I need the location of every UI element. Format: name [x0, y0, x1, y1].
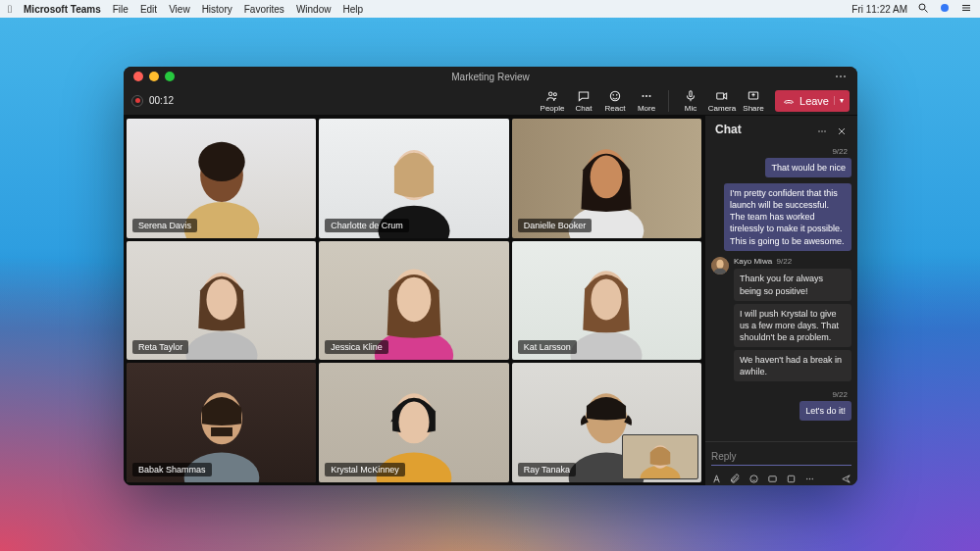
chat-reply-input[interactable]: [711, 448, 851, 466]
menubar-hamburger-icon[interactable]: [960, 2, 972, 16]
video-tile[interactable]: Ray Tanaka: [512, 363, 701, 482]
video-tile[interactable]: Babak Shammas: [127, 363, 316, 482]
svg-point-9: [613, 94, 614, 95]
chat-bubble[interactable]: I'm pretty confident that this launch wi…: [724, 183, 851, 251]
chat-avatar[interactable]: [711, 257, 729, 275]
svg-rect-14: [690, 90, 692, 96]
video-tile[interactable]: Jessica Kline: [319, 241, 508, 361]
svg-point-46: [818, 130, 820, 132]
window-more-icon[interactable]: ⋯: [835, 70, 848, 83]
people-icon: [545, 89, 559, 103]
self-view-pip[interactable]: [622, 434, 698, 479]
menubar-clock[interactable]: Fri 11:22 AM: [851, 4, 907, 15]
svg-rect-37: [211, 426, 232, 435]
chat-message-outgoing: 9/22 Let's do it!: [711, 390, 851, 421]
svg-point-54: [750, 476, 757, 482]
svg-point-20: [198, 142, 244, 181]
svg-point-48: [824, 130, 826, 132]
chat-bubble[interactable]: That would be nice: [765, 158, 851, 177]
menu-file[interactable]: File: [113, 4, 129, 15]
camera-icon: [715, 89, 729, 103]
chat-timestamp: 9/22: [832, 390, 848, 401]
chat-timestamp: 9/22: [832, 147, 848, 158]
video-tile[interactable]: Krystal McKinney: [319, 363, 508, 482]
participant-name-tag: Serena Davis: [132, 219, 197, 232]
video-tile[interactable]: Danielle Booker: [512, 119, 701, 238]
chat-timestamp: 9/22: [777, 257, 793, 266]
chat-panel-title: Chat: [715, 123, 808, 136]
chevron-down-icon[interactable]: ▾: [834, 96, 844, 105]
svg-point-26: [185, 331, 257, 360]
chat-message-outgoing: 9/22 That would be nice: [711, 147, 851, 177]
spotlight-icon[interactable]: [917, 2, 929, 16]
camera-button[interactable]: Camera: [706, 89, 738, 113]
participant-name-tag: Kat Larsson: [518, 340, 577, 354]
chat-message-list[interactable]: 9/22 That would be nice I'm pretty confi…: [705, 143, 857, 441]
people-button[interactable]: People: [537, 89, 568, 113]
video-tile[interactable]: Reta Taylor: [127, 241, 316, 361]
svg-point-25: [591, 156, 623, 199]
chat-bubble[interactable]: Thank you for always being so positive!: [734, 269, 851, 300]
menubar-app-name[interactable]: Microsoft Teams: [24, 4, 101, 15]
svg-point-31: [397, 276, 432, 322]
menu-help[interactable]: Help: [342, 4, 363, 15]
chat-bubble[interactable]: We haven't had a break in awhile.: [734, 350, 851, 381]
meeting-title: Marketing Review: [451, 72, 529, 82]
svg-point-52: [716, 259, 723, 268]
more-button[interactable]: More: [631, 89, 662, 113]
emoji-icon[interactable]: [748, 471, 759, 481]
window-titlebar[interactable]: Marketing Review ⋯: [124, 67, 857, 86]
format-icon[interactable]: [711, 471, 722, 481]
zoom-window-button[interactable]: [165, 72, 175, 81]
chat-bubble[interactable]: I will push Krystal to give us a few mor…: [734, 304, 851, 347]
svg-point-13: [648, 94, 650, 96]
video-grid: Serena Davis Charlotte de Crum Danielle …: [124, 116, 704, 485]
leave-button[interactable]: Leave ▾: [775, 90, 850, 112]
svg-point-6: [549, 91, 553, 95]
svg-point-10: [616, 94, 617, 95]
attach-icon[interactable]: [730, 471, 741, 481]
menu-view[interactable]: View: [169, 4, 190, 15]
minimize-window-button[interactable]: [149, 72, 159, 81]
svg-point-57: [806, 478, 807, 479]
svg-point-47: [821, 130, 823, 132]
svg-line-1: [925, 10, 928, 13]
svg-point-34: [592, 278, 622, 320]
video-tile[interactable]: Serena Davis: [127, 119, 316, 238]
share-button[interactable]: Share: [738, 89, 769, 113]
recording-indicator: 00:12: [131, 95, 174, 107]
video-tile[interactable]: Kat Larsson: [512, 241, 701, 361]
apple-menu-icon[interactable]: : [8, 3, 12, 15]
svg-point-11: [642, 94, 644, 96]
chat-bubble[interactable]: Let's do it!: [799, 401, 851, 421]
svg-rect-56: [788, 476, 794, 481]
chat-options-icon[interactable]: [816, 124, 828, 135]
control-center-icon[interactable]: [939, 2, 951, 16]
svg-rect-55: [769, 476, 776, 482]
sticker-icon[interactable]: [786, 471, 797, 481]
close-chat-icon[interactable]: [836, 124, 848, 135]
more-compose-icon[interactable]: [804, 471, 815, 481]
menu-history[interactable]: History: [202, 4, 232, 15]
teams-meeting-window: Marketing Review ⋯ 00:12 People Chat Rea…: [124, 67, 857, 485]
video-tile[interactable]: Charlotte de Crum: [319, 119, 508, 238]
mic-button[interactable]: Mic: [675, 89, 706, 113]
menu-edit[interactable]: Edit: [140, 4, 157, 15]
close-window-button[interactable]: [133, 72, 143, 81]
participant-name-tag: Danielle Booker: [518, 219, 593, 232]
macos-menubar:  Microsoft Teams File Edit View History…: [0, 0, 980, 18]
chat-button[interactable]: Chat: [568, 89, 599, 113]
more-icon: [640, 89, 653, 103]
emoji-icon: [608, 89, 622, 103]
gif-icon[interactable]: [767, 471, 778, 481]
chat-panel-header: Chat: [705, 116, 857, 143]
send-button[interactable]: [841, 471, 851, 481]
meeting-toolbar: 00:12 People Chat React More: [124, 86, 857, 116]
react-button[interactable]: React: [599, 89, 631, 113]
toolbar-separator: [668, 90, 669, 112]
menu-favorites[interactable]: Favorites: [244, 4, 284, 15]
svg-point-12: [645, 94, 647, 96]
participant-name-tag: Babak Shammas: [132, 463, 212, 476]
svg-point-0: [919, 4, 925, 10]
menu-window[interactable]: Window: [296, 4, 332, 15]
